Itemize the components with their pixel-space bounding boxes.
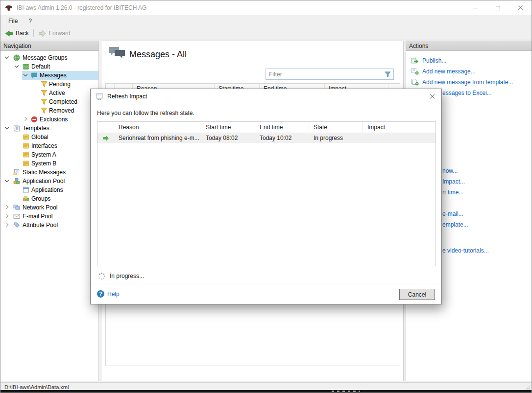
tree-item-message-groups[interactable]: Message Groups — [0, 53, 98, 62]
action-publish[interactable]: Publish... — [411, 56, 446, 65]
tree-item-label: E-mail Pool — [23, 212, 98, 221]
tree-item-exclusions[interactable]: Exclusions — [0, 115, 98, 124]
tree-item-network-pool[interactable]: Network Pool — [0, 203, 98, 212]
menubar: File ? — [0, 15, 532, 27]
tree-item-label: System B — [31, 159, 98, 168]
column-header-start-time[interactable]: Start time — [201, 122, 255, 133]
tree-item-static-messages[interactable]: Static Messages — [0, 168, 98, 177]
tree-item-system-b[interactable]: System B — [0, 159, 98, 168]
tree-item-global[interactable]: Global — [0, 133, 98, 141]
action-partial-email[interactable]: e-mail... — [442, 209, 463, 218]
menu-help[interactable]: ? — [23, 15, 37, 27]
default-group-icon — [23, 63, 29, 70]
minimize-button[interactable] — [464, 0, 486, 15]
filter-box — [266, 69, 394, 80]
action-label: now... — [442, 167, 458, 174]
tree-item-label: System A — [31, 150, 98, 159]
action-label: rt time... — [442, 189, 463, 196]
chevron-collapsed-icon[interactable] — [24, 117, 28, 121]
toolbar: Back Forward — [0, 27, 532, 40]
tree-item-label: Groups — [31, 194, 98, 203]
navigation-tree: Message Groups Default Messages Pending … — [0, 51, 98, 230]
close-icon — [517, 5, 523, 11]
cancel-button[interactable]: Cancel — [399, 289, 435, 300]
actions-separator — [442, 241, 524, 241]
forward-button[interactable]: Forward — [34, 27, 75, 40]
filter-input[interactable] — [266, 71, 383, 78]
action-partial-now[interactable]: now... — [442, 166, 458, 175]
maximize-icon — [496, 6, 500, 10]
back-label: Back — [16, 30, 29, 37]
tree-item-active[interactable]: Active — [0, 89, 98, 97]
tree-item-messages[interactable]: Messages — [0, 71, 98, 80]
action-add-new-message-from-template[interactable]: Add new message from template... — [411, 78, 513, 87]
tree-item-applications[interactable]: Applications — [0, 185, 98, 194]
app-window: IBI-aws Admin 1.26.0 - registered for IB… — [0, 0, 532, 393]
chevron-collapsed-icon[interactable] — [5, 214, 9, 218]
column-header-end-time[interactable]: End time — [255, 122, 309, 133]
tree-item-label: Global — [31, 133, 98, 141]
chevron-collapsed-icon[interactable] — [5, 223, 9, 227]
action-partial-start-time[interactable]: rt time... — [442, 188, 463, 197]
action-add-new-message[interactable]: Add new message... — [411, 67, 476, 76]
help-link[interactable]: Help — [97, 290, 120, 298]
tree-item-system-a[interactable]: System A — [0, 150, 98, 159]
action-partial-template[interactable]: emplate... — [442, 220, 468, 229]
filter-funnel-icon — [41, 81, 48, 88]
chevron-expanded-icon[interactable] — [24, 73, 28, 77]
chevron-expanded-icon[interactable] — [5, 55, 9, 60]
help-icon — [97, 290, 104, 298]
notebook-icon — [23, 160, 29, 167]
tree-item-email-pool[interactable]: E-mail Pool — [0, 212, 98, 221]
exclusions-icon — [31, 116, 38, 123]
maximize-button[interactable] — [486, 0, 509, 15]
action-label: Impact... — [442, 178, 465, 185]
dialog-status: In progress... — [97, 272, 144, 280]
tree-item-application-pool[interactable]: Application Pool — [0, 177, 98, 185]
chevron-expanded-icon[interactable] — [15, 64, 19, 69]
tree-item-attribute-pool[interactable]: Attribute Pool — [0, 221, 98, 230]
table-row[interactable]: Seriohreat from phishing e-m... Today 08… — [97, 133, 435, 143]
tree-item-default[interactable]: Default — [0, 62, 98, 71]
column-header-state[interactable]: State — [309, 122, 363, 133]
messages-header-icon — [108, 46, 126, 60]
action-partial-impact[interactable]: Impact... — [442, 177, 465, 186]
tree-item-templates[interactable]: Templates — [0, 124, 98, 133]
back-button[interactable]: Back — [0, 27, 33, 40]
menu-file[interactable]: File — [3, 15, 23, 27]
forward-label: Forward — [49, 30, 71, 37]
row-state-cell — [97, 135, 114, 141]
action-label: essages to Excel... — [442, 90, 492, 96]
tree-item-interfaces[interactable]: Interfaces — [0, 141, 98, 150]
close-button[interactable] — [509, 0, 532, 15]
chevron-expanded-icon[interactable] — [5, 179, 9, 183]
dialog-close-button[interactable] — [427, 91, 437, 102]
refresh-impact-icon — [96, 93, 103, 100]
filter-funnel-icon — [41, 98, 48, 105]
action-video-tutorials-partial[interactable]: e video-tutorials... — [442, 246, 489, 255]
action-export-messages-excel-partial[interactable]: essages to Excel... — [442, 89, 492, 97]
application-pool-icon — [13, 178, 20, 185]
titlebar: IBI-aws Admin 1.26.0 - registered for IB… — [0, 0, 532, 15]
page-title: Messages - All — [129, 49, 187, 60]
column-header-impact[interactable]: Impact — [363, 122, 435, 133]
action-label: Publish... — [422, 57, 446, 64]
tree-item-label: Default — [31, 62, 98, 71]
chevron-collapsed-icon[interactable] — [5, 205, 9, 209]
tree-item-completed[interactable]: Completed — [0, 97, 98, 106]
cell-end-time: Today 10:02 — [255, 135, 309, 141]
action-label: e-mail... — [442, 210, 463, 217]
tree-item-pending[interactable]: Pending — [0, 80, 98, 89]
column-header-icon[interactable] — [97, 122, 114, 133]
filter-funnel-button[interactable] — [383, 70, 392, 79]
applications-icon — [23, 186, 29, 193]
window-controls — [464, 0, 532, 15]
help-label: Help — [107, 291, 120, 298]
in-progress-arrow-icon — [102, 135, 109, 141]
tree-item-removed[interactable]: Removed — [0, 106, 98, 115]
tree-item-groups[interactable]: Groups — [0, 194, 98, 203]
dialog-footer: Help Cancel — [91, 284, 441, 304]
window-title: IBI-aws Admin 1.26.0 - registered for IB… — [17, 4, 146, 11]
chevron-expanded-icon[interactable] — [5, 126, 9, 130]
column-header-reason[interactable]: Reason — [114, 122, 201, 133]
